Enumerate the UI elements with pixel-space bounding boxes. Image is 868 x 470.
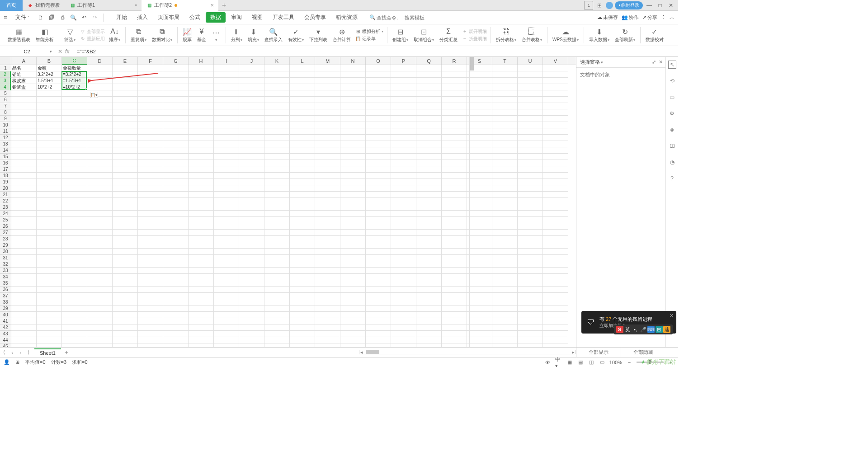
cell[interactable]: [290, 116, 315, 122]
cell[interactable]: [264, 84, 290, 90]
cell[interactable]: [416, 274, 442, 280]
cell[interactable]: [163, 255, 189, 261]
cell[interactable]: [264, 154, 290, 160]
cell[interactable]: [113, 173, 138, 179]
close-icon[interactable]: ×: [210, 2, 214, 9]
cell[interactable]: [391, 299, 416, 306]
cell[interactable]: [113, 97, 138, 103]
cell[interactable]: [163, 337, 189, 343]
cell[interactable]: [264, 122, 290, 128]
row-header[interactable]: 36: [0, 287, 11, 293]
cell[interactable]: [290, 179, 315, 185]
cell[interactable]: [492, 173, 518, 179]
cell[interactable]: [442, 84, 467, 90]
cell[interactable]: [11, 173, 37, 179]
ribbon-tab[interactable]: 公式: [185, 12, 205, 23]
ribbon-tab[interactable]: 审阅: [226, 12, 246, 23]
close-panel-icon[interactable]: ✕: [659, 59, 663, 65]
cell[interactable]: [492, 268, 518, 274]
cell[interactable]: [442, 318, 467, 324]
cell[interactable]: [37, 192, 62, 198]
cell[interactable]: [113, 217, 138, 223]
cell[interactable]: [315, 337, 340, 343]
cell[interactable]: [315, 230, 340, 236]
cell[interactable]: [163, 306, 189, 312]
cell[interactable]: [518, 242, 543, 249]
cell[interactable]: [11, 230, 37, 236]
cell[interactable]: [290, 337, 315, 343]
cell[interactable]: [416, 65, 442, 71]
cell[interactable]: [492, 255, 518, 261]
cell[interactable]: [290, 84, 315, 90]
cell[interactable]: [11, 255, 37, 261]
cell[interactable]: [163, 116, 189, 122]
cell[interactable]: [543, 211, 568, 217]
cell[interactable]: [163, 268, 189, 274]
cell[interactable]: [518, 128, 543, 135]
cell[interactable]: [290, 65, 315, 71]
cell[interactable]: [11, 280, 37, 287]
cell[interactable]: [37, 135, 62, 141]
cell[interactable]: [315, 116, 340, 122]
cell[interactable]: [87, 179, 113, 185]
cell[interactable]: [163, 318, 189, 324]
cell[interactable]: [87, 166, 113, 173]
unsaved-indicator[interactable]: ☁ 未保存: [597, 14, 618, 21]
chevron-up-icon[interactable]: ︿: [670, 14, 675, 21]
ime-lang-icon[interactable]: 英: [624, 326, 631, 333]
cell[interactable]: [113, 242, 138, 249]
cell[interactable]: [290, 255, 315, 261]
cell[interactable]: [391, 84, 416, 90]
cell[interactable]: [315, 217, 340, 223]
cell[interactable]: [442, 122, 467, 128]
cell[interactable]: [62, 337, 87, 343]
import-data-button[interactable]: ⬇导入数据▾: [588, 26, 611, 44]
cell[interactable]: [518, 331, 543, 337]
cell[interactable]: [62, 154, 87, 160]
cell[interactable]: [214, 97, 239, 103]
cell[interactable]: [113, 166, 138, 173]
cell[interactable]: [366, 109, 391, 116]
cell[interactable]: [391, 198, 416, 204]
smart-analysis-button[interactable]: ◧智能分析: [34, 26, 55, 44]
cell[interactable]: [290, 166, 315, 173]
cell[interactable]: [11, 287, 37, 293]
cell[interactable]: [62, 109, 87, 116]
cell[interactable]: [518, 204, 543, 211]
tab-workbook1[interactable]: ▦ 工作簿1 •: [65, 0, 142, 11]
find-entry-button[interactable]: 🔍查找录入: [263, 26, 284, 44]
cell[interactable]: [518, 299, 543, 306]
cell[interactable]: [290, 274, 315, 280]
cell[interactable]: [189, 135, 214, 141]
cell[interactable]: [138, 198, 163, 204]
cell[interactable]: [11, 337, 37, 343]
cell[interactable]: [340, 312, 366, 318]
cell[interactable]: [518, 318, 543, 324]
cell[interactable]: [543, 299, 568, 306]
cell[interactable]: [391, 90, 416, 97]
cell[interactable]: [290, 312, 315, 318]
vertical-scrollbar[interactable]: [469, 57, 474, 347]
cell[interactable]: [391, 160, 416, 166]
cell[interactable]: [264, 318, 290, 324]
cell[interactable]: [11, 198, 37, 204]
cell[interactable]: [492, 141, 518, 147]
cell[interactable]: [492, 90, 518, 97]
cell[interactable]: [290, 299, 315, 306]
cell[interactable]: [239, 90, 264, 97]
column-header[interactable]: L: [290, 57, 315, 65]
cell[interactable]: [416, 109, 442, 116]
cell[interactable]: [264, 223, 290, 230]
zoom-level[interactable]: 100%: [609, 360, 622, 365]
cell[interactable]: [214, 185, 239, 192]
cell[interactable]: [138, 90, 163, 97]
ime-grid-icon[interactable]: ⊞: [656, 326, 663, 333]
cell[interactable]: [37, 141, 62, 147]
cell[interactable]: [391, 192, 416, 198]
cell[interactable]: [163, 299, 189, 306]
cell[interactable]: [189, 122, 214, 128]
row-header[interactable]: 37: [0, 293, 11, 299]
cell[interactable]: [492, 293, 518, 299]
cell[interactable]: [138, 135, 163, 141]
cell[interactable]: [264, 261, 290, 268]
